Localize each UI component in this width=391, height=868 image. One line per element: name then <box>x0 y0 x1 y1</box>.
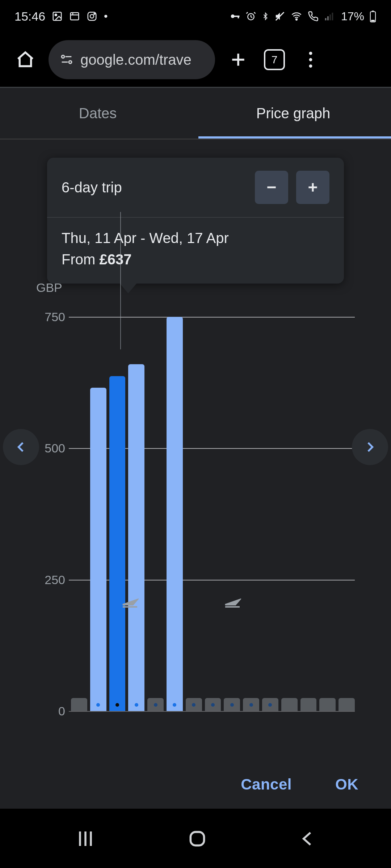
bar-load-dot <box>173 703 176 707</box>
cancel-button[interactable]: Cancel <box>241 776 292 793</box>
recents-button[interactable] <box>75 828 96 851</box>
url-bar[interactable]: google.com/trave <box>49 40 215 79</box>
tab-price-graph[interactable]: Price graph <box>196 88 391 139</box>
depart-marker-icon <box>121 592 139 610</box>
home-icon <box>16 50 35 69</box>
status-left: 15:46 • <box>14 9 108 24</box>
chevron-left-icon <box>14 440 28 454</box>
mute-icon <box>274 11 285 22</box>
svg-rect-18 <box>371 20 375 21</box>
instagram-icon <box>87 11 97 22</box>
svg-rect-12 <box>325 18 327 20</box>
price-bar[interactable] <box>243 698 259 711</box>
svg-rect-2 <box>71 13 79 20</box>
price-bar[interactable] <box>319 698 336 711</box>
selection-card: 6-day trip Thu, 11 Apr - Wed, 17 Apr Fro… <box>47 158 344 284</box>
decrease-days-button[interactable] <box>255 171 288 204</box>
home-nav-icon <box>187 829 207 849</box>
svg-rect-17 <box>372 10 374 12</box>
back-button[interactable] <box>298 830 316 849</box>
currency-label: GBP <box>36 281 62 295</box>
kebab-icon <box>309 52 312 68</box>
price-value: £637 <box>99 251 131 267</box>
plus-icon <box>229 51 247 69</box>
tab-dates[interactable]: Dates <box>0 88 196 139</box>
return-marker-icon <box>224 592 241 610</box>
price-bar[interactable] <box>300 698 317 711</box>
svg-point-5 <box>94 13 95 14</box>
tab-dates-label: Dates <box>79 105 117 122</box>
ytick-250: 250 <box>40 573 65 587</box>
wifi-calling-icon <box>308 11 319 22</box>
tab-count-badge: 7 <box>264 49 285 70</box>
chart-scroll-left-button[interactable] <box>3 429 39 465</box>
price-bar[interactable] <box>109 376 126 711</box>
ytick-0: 0 <box>40 704 65 718</box>
trip-length-label: 6-day trip <box>62 179 122 196</box>
svg-rect-0 <box>53 12 62 21</box>
svg-point-1 <box>55 14 57 16</box>
ytick-750: 750 <box>40 310 65 324</box>
svg-point-6 <box>231 14 235 18</box>
price-bar[interactable] <box>90 388 106 711</box>
vpn-key-icon <box>230 11 240 22</box>
tab-switcher-button[interactable]: 7 <box>261 47 287 73</box>
svg-point-4 <box>90 14 94 18</box>
svg-point-27 <box>309 64 312 68</box>
bar-load-dot <box>192 703 196 707</box>
increase-days-button[interactable] <box>296 171 329 204</box>
price-bar[interactable] <box>186 698 202 711</box>
bar-load-dot <box>268 703 272 707</box>
price-bar[interactable] <box>262 698 278 711</box>
bar-load-dot <box>249 703 253 707</box>
price-bar[interactable] <box>339 698 355 711</box>
price-bar[interactable] <box>71 698 87 711</box>
bars-container <box>69 317 355 711</box>
content-area: 6-day trip Thu, 11 Apr - Wed, 17 Apr Fro… <box>0 140 391 868</box>
alarm-icon <box>245 11 256 22</box>
bar-load-dot <box>135 703 138 707</box>
home-button[interactable] <box>187 829 207 850</box>
svg-rect-13 <box>327 16 329 20</box>
browser-home-button[interactable] <box>12 47 38 73</box>
svg-rect-14 <box>329 14 331 20</box>
signal-icon <box>324 11 335 22</box>
wifi-icon <box>290 11 303 22</box>
battery-icon <box>369 10 377 22</box>
recents-icon <box>75 828 96 850</box>
status-bar: 15:46 • 17% <box>0 0 391 33</box>
price-bar[interactable] <box>167 317 183 711</box>
svg-point-25 <box>309 52 312 55</box>
mode-tabs: Dates Price graph <box>0 88 391 139</box>
price-bar[interactable] <box>128 364 144 711</box>
svg-rect-36 <box>190 832 204 845</box>
price-bar[interactable] <box>147 698 164 711</box>
more-dot-icon: • <box>104 10 108 22</box>
news-icon <box>69 11 80 22</box>
chart-scroll-right-button[interactable] <box>352 429 388 465</box>
battery-percent: 17% <box>341 10 364 23</box>
ok-button[interactable]: OK <box>335 776 358 793</box>
selected-dates: Thu, 11 Apr - Wed, 17 Apr <box>62 230 329 246</box>
tab-price-graph-label: Price graph <box>256 105 331 122</box>
back-icon <box>298 830 316 848</box>
url-text: google.com/trave <box>80 52 192 68</box>
browser-menu-button[interactable] <box>298 47 324 73</box>
dialog-actions: Cancel OK <box>0 765 391 804</box>
clock: 15:46 <box>14 9 45 24</box>
price-bar[interactable] <box>281 698 298 711</box>
bar-load-dot <box>154 703 157 707</box>
system-nav-bar <box>0 809 391 868</box>
price-bar[interactable] <box>205 698 221 711</box>
bar-load-dot <box>230 703 234 707</box>
bar-load-dot <box>211 703 215 707</box>
svg-point-19 <box>62 55 64 58</box>
price-chart[interactable]: GBP 750 500 250 0 <box>36 281 355 744</box>
bar-load-dot <box>96 703 100 707</box>
from-label: From <box>62 251 99 267</box>
bluetooth-icon <box>261 11 269 22</box>
new-tab-button[interactable] <box>225 47 251 73</box>
tab-count: 7 <box>272 54 278 66</box>
svg-point-26 <box>309 58 312 61</box>
price-bar[interactable] <box>224 698 240 711</box>
